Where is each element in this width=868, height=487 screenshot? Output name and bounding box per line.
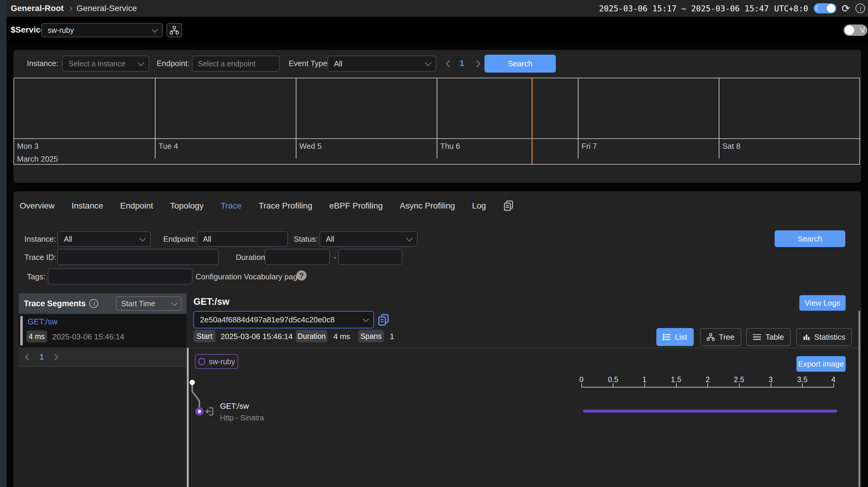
segment-item[interactable]: GET:/sw 4 ms 2025-03-06 15:46:14 bbox=[19, 314, 187, 347]
view-list-label: List bbox=[675, 333, 687, 342]
tab-log[interactable]: Log bbox=[472, 201, 486, 211]
time-range-text[interactable]: 2025-03-06 15:17 ~ 2025-03-06 15:47 bbox=[599, 4, 769, 13]
span-name[interactable]: GET:/sw bbox=[220, 402, 249, 411]
filter-instance-value: All bbox=[64, 235, 72, 244]
refresh-icon[interactable]: ⟳ bbox=[842, 3, 850, 13]
filter-endpoint-input[interactable] bbox=[197, 231, 288, 247]
view-tree-label: Tree bbox=[719, 333, 735, 342]
tab-ebpf-profiling[interactable]: eBPF Profiling bbox=[329, 201, 383, 211]
toggle-knob bbox=[827, 4, 835, 12]
tab-endpoint[interactable]: Endpoint bbox=[120, 201, 153, 211]
root-node-dot bbox=[190, 380, 195, 385]
chevron-down-icon bbox=[152, 26, 158, 33]
filter-traceid-label: Trace ID: bbox=[25, 253, 56, 262]
view-list-button[interactable]: List bbox=[656, 328, 694, 346]
start-badge: Start bbox=[193, 330, 216, 342]
day-label: Thu 6 bbox=[440, 142, 460, 151]
axis-tick bbox=[707, 383, 708, 387]
trace-segments-header: Trace Segments i Start Time bbox=[19, 293, 187, 314]
segments-prev-page-icon[interactable] bbox=[25, 354, 31, 360]
segments-info-icon[interactable]: i bbox=[89, 299, 98, 308]
copy-tabs-icon[interactable] bbox=[503, 200, 514, 212]
filter-duration-max-input[interactable] bbox=[338, 249, 402, 265]
duration-badge-label: Duration bbox=[298, 332, 326, 341]
view-logs-button[interactable]: View Logs bbox=[799, 295, 846, 311]
event-type-value: All bbox=[334, 59, 342, 68]
event-page-number[interactable]: 1 bbox=[460, 59, 464, 68]
filter-duration-min-input[interactable] bbox=[265, 249, 330, 265]
dark-mode-toggle[interactable]: ☾ bbox=[814, 3, 836, 13]
tab-instance[interactable]: Instance bbox=[72, 201, 103, 211]
gridline bbox=[155, 78, 156, 159]
topology-icon bbox=[170, 26, 179, 35]
segment-item-name[interactable]: GET:/sw bbox=[27, 317, 58, 326]
entry-span-icon bbox=[205, 407, 214, 416]
axis-tick-label: 3.5 bbox=[794, 375, 811, 384]
filter-traceid-input[interactable] bbox=[57, 249, 219, 265]
event-endpoint-input[interactable] bbox=[192, 56, 280, 72]
trace-search-button[interactable]: Search bbox=[775, 230, 845, 247]
export-image-button[interactable]: Export image bbox=[796, 356, 846, 372]
gridline bbox=[578, 78, 579, 159]
sort-select-value: Start Time bbox=[121, 299, 155, 308]
segments-next-page-icon[interactable] bbox=[52, 354, 58, 360]
view-table-label: Table bbox=[765, 333, 784, 342]
spans-badge-label: Spans bbox=[361, 332, 382, 341]
version-toggle-knob bbox=[845, 25, 854, 35]
month-label: March 2025 bbox=[17, 154, 58, 164]
span-duration-bar[interactable] bbox=[583, 410, 837, 412]
topology-button[interactable] bbox=[166, 23, 182, 37]
copy-trace-id-icon[interactable] bbox=[378, 314, 390, 326]
help-icon[interactable]: ? bbox=[297, 270, 307, 281]
duration-badge: Duration bbox=[296, 330, 328, 342]
tab-overview[interactable]: Overview bbox=[20, 201, 55, 211]
view-table-button[interactable]: Table bbox=[746, 328, 791, 346]
tree-icon bbox=[707, 333, 715, 341]
breadcrumb-root[interactable]: General-Root bbox=[11, 4, 64, 13]
filter-status-label: Status: bbox=[294, 234, 318, 244]
event-type-select[interactable]: All bbox=[328, 56, 436, 72]
filter-tags-input[interactable] bbox=[48, 268, 192, 284]
chevron-down-icon bbox=[171, 300, 178, 306]
segments-page-number[interactable]: 1 bbox=[39, 352, 44, 362]
span-component: Http - Sinatra bbox=[220, 413, 264, 422]
chevron-down-icon bbox=[363, 316, 369, 322]
event-panel: Instance: Select a instance Endpoint: Ev… bbox=[13, 50, 861, 183]
axis-tick bbox=[833, 383, 834, 387]
info-icon[interactable]: i bbox=[856, 4, 865, 13]
sort-select[interactable]: Start Time bbox=[116, 296, 182, 311]
segments-pagination: 1 bbox=[19, 348, 187, 367]
tab-topology[interactable]: Topology bbox=[170, 201, 204, 211]
day-label: Wed 5 bbox=[299, 142, 322, 151]
filter-instance-select[interactable]: All bbox=[57, 231, 151, 247]
filter-status-select[interactable]: All bbox=[319, 231, 417, 247]
view-tree-button[interactable]: Tree bbox=[700, 328, 741, 346]
trace-id-select[interactable]: 2e50a4f6884d497a81e97d5c4c20e0c8 bbox=[193, 311, 374, 328]
axis-tick-label: 4 bbox=[825, 375, 842, 384]
version-toggle[interactable]: V bbox=[843, 25, 867, 36]
filter-instance-label: Instance: bbox=[25, 234, 56, 244]
axis-ruler-line bbox=[582, 387, 834, 388]
breadcrumb: General-Root General-Service bbox=[11, 4, 137, 13]
timeline-chart[interactable]: Mon 3 Tue 4 Wed 5 Thu 6 Fri 7 Sat 8 Marc… bbox=[13, 78, 860, 165]
filter-duration-label: Duration: bbox=[236, 253, 268, 262]
axis-tick bbox=[613, 383, 613, 387]
axis-tick bbox=[582, 383, 582, 387]
view-statistics-button[interactable]: Statistics bbox=[796, 328, 852, 346]
event-prev-page-icon[interactable] bbox=[446, 60, 453, 67]
scrollbar-thumb[interactable] bbox=[859, 311, 860, 487]
event-search-button[interactable]: Search bbox=[485, 55, 556, 73]
filter-duration-separator: - bbox=[334, 253, 336, 262]
event-instance-select[interactable]: Select a instance bbox=[62, 56, 149, 72]
tab-trace[interactable]: Trace bbox=[221, 201, 242, 211]
tab-trace-profiling[interactable]: Trace Profiling bbox=[259, 201, 312, 211]
segment-item-time: 2025-03-06 15:46:14 bbox=[52, 332, 124, 342]
service-legend-chip[interactable]: sw-ruby bbox=[195, 354, 238, 369]
tab-async-profiling[interactable]: Async Profiling bbox=[400, 201, 455, 211]
gridline bbox=[719, 78, 719, 159]
service-select[interactable]: sw-ruby bbox=[41, 23, 163, 37]
event-next-page-icon[interactable] bbox=[473, 60, 480, 67]
event-type-label: Event Type: bbox=[289, 59, 330, 68]
vocabulary-link[interactable]: Configuration Vocabulary page bbox=[195, 272, 302, 282]
service-select-value: sw-ruby bbox=[48, 26, 74, 35]
